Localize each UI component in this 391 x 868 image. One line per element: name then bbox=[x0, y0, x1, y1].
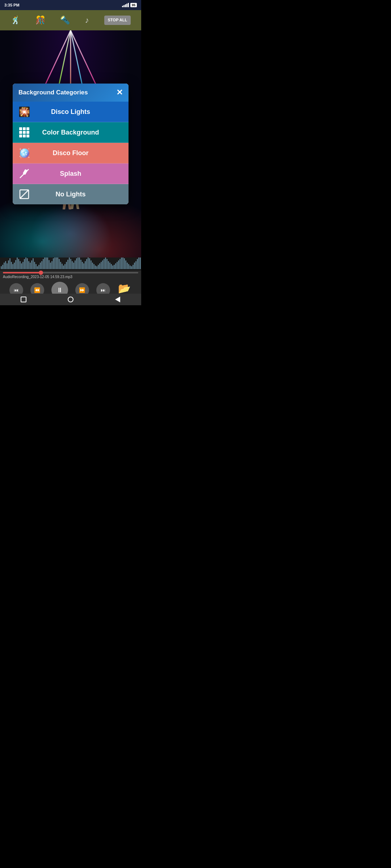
status-time: 3:35 PM bbox=[4, 3, 20, 7]
disco-lights-label: Disco Lights bbox=[36, 108, 129, 116]
splash-icon-area bbox=[13, 163, 36, 184]
stop-all-button[interactable]: STOP ALL bbox=[104, 16, 131, 25]
waveform-bar bbox=[14, 263, 15, 269]
main-content: Background Categories ✕ 🎇 Disco Lights bbox=[0, 30, 141, 258]
waveform-bar bbox=[118, 260, 119, 269]
toolbar: 🕺 🎊 🔦 ♪ STOP ALL bbox=[0, 10, 141, 30]
disco-floor-icon-area: 🪩 bbox=[13, 143, 36, 163]
background-categories-modal: Background Categories ✕ 🎇 Disco Lights bbox=[13, 84, 129, 204]
waveform-bar bbox=[21, 263, 22, 269]
waveform-bar bbox=[111, 264, 112, 269]
waveform-bar bbox=[114, 265, 115, 269]
waveform-bar bbox=[105, 258, 106, 269]
waveform-bar bbox=[28, 261, 29, 269]
color-background-label: Color Background bbox=[36, 129, 129, 136]
waveform-bar bbox=[101, 262, 102, 269]
waveform-bar bbox=[27, 258, 28, 269]
nav-recents-button[interactable] bbox=[64, 295, 77, 304]
svg-line-14 bbox=[20, 169, 29, 178]
progress-bar-fill bbox=[3, 272, 41, 273]
waveform-bar bbox=[125, 260, 126, 269]
waveform-bar bbox=[89, 258, 90, 269]
back-triangle-icon bbox=[115, 297, 120, 302]
waveform-bar bbox=[34, 262, 35, 269]
toolbar-dancers-btn[interactable]: 🕺 bbox=[10, 16, 20, 25]
waveform-bar bbox=[128, 264, 129, 269]
flashlight-icon: 🔦 bbox=[60, 16, 70, 25]
waveform-bar bbox=[108, 261, 109, 269]
waveform-bar bbox=[70, 259, 71, 269]
waveform-bar bbox=[11, 262, 12, 269]
waveform-bar bbox=[35, 264, 37, 269]
waveform-bar bbox=[96, 266, 97, 269]
waveform-bar bbox=[67, 260, 68, 269]
nav-home-button[interactable] bbox=[17, 295, 30, 304]
modal-close-button[interactable]: ✕ bbox=[116, 89, 123, 97]
waveform-bar bbox=[4, 263, 5, 269]
waveform-bar bbox=[95, 265, 96, 269]
waveform-bar bbox=[37, 266, 38, 269]
toolbar-flashlight-btn[interactable]: 🔦 bbox=[60, 16, 70, 25]
status-right-icons: 95 bbox=[122, 3, 137, 7]
browse-folder-icon: 📂 bbox=[118, 282, 131, 294]
waveform-bar bbox=[17, 258, 18, 269]
waveform-bar bbox=[49, 260, 50, 269]
category-item-disco-floor[interactable]: 🪩 Disco Floor bbox=[13, 143, 129, 163]
toolbar-music-btn[interactable]: ♪ bbox=[85, 16, 89, 25]
svg-point-15 bbox=[26, 171, 27, 172]
waveform-bar bbox=[92, 263, 93, 269]
waveform-bar bbox=[85, 261, 86, 269]
waveform-bar bbox=[137, 259, 138, 269]
category-item-color-background[interactable]: Color Background bbox=[13, 122, 129, 143]
waveform-bar bbox=[104, 259, 105, 269]
waveform-bar bbox=[83, 263, 84, 269]
waveform-bar bbox=[24, 259, 25, 269]
disco-lights-icon-area: 🎇 bbox=[13, 102, 36, 122]
svg-rect-6 bbox=[26, 127, 29, 130]
waveform-bar bbox=[43, 259, 44, 269]
category-item-splash[interactable]: Splash bbox=[13, 163, 129, 184]
waveform-bar bbox=[102, 260, 103, 269]
nav-back-button[interactable] bbox=[111, 295, 124, 304]
waveform-bar bbox=[60, 262, 61, 269]
waveform-bar bbox=[134, 263, 135, 269]
player-area: AudioRecording_2023-12-05 14.59.23.mp3 ⏮… bbox=[0, 258, 141, 294]
waveform-bar bbox=[88, 258, 89, 269]
no-lights-icon-area bbox=[13, 184, 36, 204]
waveform-bar bbox=[54, 258, 55, 269]
waveform-bar bbox=[20, 261, 21, 269]
category-item-no-lights[interactable]: No Lights bbox=[13, 184, 129, 204]
waveform-bar bbox=[8, 260, 9, 269]
toolbar-party-btn[interactable]: 🎊 bbox=[35, 16, 45, 25]
progress-area[interactable] bbox=[0, 271, 141, 274]
disco-floor-label: Disco Floor bbox=[36, 149, 129, 157]
battery-icon: 95 bbox=[130, 3, 137, 7]
navigation-bar bbox=[0, 294, 141, 305]
disco-lights-icon: 🎇 bbox=[18, 106, 30, 118]
waveform-bar bbox=[7, 263, 8, 269]
svg-rect-8 bbox=[23, 131, 26, 134]
waveform-bar bbox=[47, 258, 48, 269]
category-item-disco-lights[interactable]: 🎇 Disco Lights bbox=[13, 102, 129, 122]
waveform-bar bbox=[62, 264, 63, 269]
waveform-bar bbox=[130, 265, 131, 269]
recents-circle-icon bbox=[68, 297, 73, 302]
waveform-bar bbox=[122, 258, 123, 269]
svg-line-17 bbox=[20, 190, 29, 199]
waveform-bar bbox=[33, 258, 34, 269]
waveform-bar bbox=[46, 258, 47, 269]
waveform-bar bbox=[38, 265, 39, 269]
waveform-bar bbox=[91, 260, 92, 269]
waveform-bar bbox=[121, 258, 122, 269]
waveform-bar bbox=[64, 264, 66, 269]
waveform-bar bbox=[56, 258, 57, 269]
waveform-bar bbox=[15, 260, 16, 269]
waveform-bar bbox=[53, 258, 54, 269]
waveform-bar bbox=[41, 261, 42, 269]
waveform-bar bbox=[57, 258, 58, 269]
progress-bar-background bbox=[3, 272, 138, 273]
progress-thumb bbox=[39, 271, 43, 275]
waveform-bar bbox=[77, 258, 79, 269]
waveform-bar bbox=[75, 260, 76, 269]
svg-rect-11 bbox=[23, 135, 26, 137]
